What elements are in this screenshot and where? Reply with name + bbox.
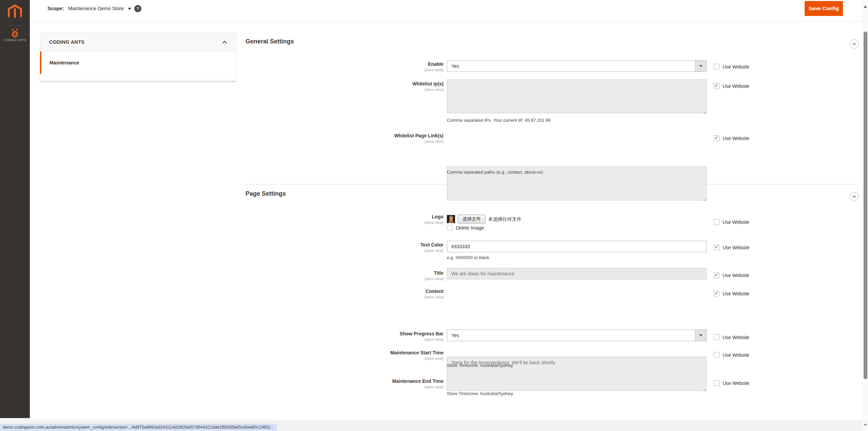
use-website-checkbox[interactable] xyxy=(714,244,719,250)
delete-image-control[interactable]: Delete Image xyxy=(447,225,484,231)
end-time-use-website[interactable]: Use Website xyxy=(714,380,749,386)
use-website-checkbox[interactable] xyxy=(714,334,719,340)
text-color-use-website[interactable]: Use Website xyxy=(714,244,749,250)
whitelist-links-label: Whitelist Page Link(s) [store view] xyxy=(246,133,443,143)
whitelist-ips-field xyxy=(447,79,707,115)
general-settings-title: General Settings xyxy=(245,38,294,45)
enable-use-website[interactable]: Use Website xyxy=(714,64,749,70)
progress-bar-select[interactable]: Yes xyxy=(447,330,707,341)
start-time-label: Maintenance Start Time [store view] xyxy=(246,350,443,360)
select-arrow-button[interactable] xyxy=(695,330,706,341)
text-color-input[interactable] xyxy=(447,241,707,252)
use-website-checkbox[interactable] xyxy=(714,135,719,141)
content-field xyxy=(447,357,707,392)
use-website-checkbox[interactable] xyxy=(714,272,719,278)
start-time-use-website[interactable]: Use Website xyxy=(714,352,749,358)
scroll-down-arrow-icon[interactable] xyxy=(864,424,867,426)
scope-select[interactable]: Maintenance Demo Store xyxy=(68,6,131,11)
content-use-website[interactable]: Use Website xyxy=(714,291,749,296)
chevron-down-icon xyxy=(699,65,703,67)
chevron-down-icon xyxy=(128,8,131,10)
text-color-field xyxy=(447,241,707,252)
scope-label: Scope: xyxy=(47,6,64,11)
choose-file-button[interactable]: 选择文件 xyxy=(458,215,486,223)
text-color-note: e.g. #000000 or black xyxy=(447,255,489,260)
chevron-down-icon xyxy=(699,334,703,336)
help-icon[interactable]: ? xyxy=(134,5,141,12)
use-website-checkbox[interactable] xyxy=(714,83,719,89)
select-arrow-button[interactable] xyxy=(695,61,706,72)
chevron-up-icon xyxy=(852,43,856,45)
whitelist-ips-label: Whitelist Ip(s) [store view] xyxy=(246,81,443,92)
whitelist-ips-textarea[interactable] xyxy=(447,79,707,113)
sidebar-brand-label: CODING ANTS xyxy=(0,38,30,42)
nav-section-title: CODING ANTS xyxy=(49,39,84,45)
page-settings-title: Page Settings xyxy=(245,190,286,197)
save-config-button[interactable]: Save Config xyxy=(805,1,843,16)
use-website-checkbox[interactable] xyxy=(714,291,719,296)
title-input[interactable] xyxy=(447,268,707,279)
chevron-up-icon xyxy=(852,195,856,198)
logo-thumbnail[interactable] xyxy=(447,215,455,223)
title-field xyxy=(447,268,707,279)
use-website-checkbox[interactable] xyxy=(714,219,719,225)
browser-link-preview: demo.codingants.com.au/admin/admin/syste… xyxy=(0,424,277,431)
content-textarea[interactable] xyxy=(447,357,707,391)
scope-select-value: Maintenance Demo Store xyxy=(68,6,124,11)
no-file-text: 未选择任何文件 xyxy=(488,216,521,222)
admin-config-page: CODING ANTS Scope: Maintenance Demo Stor… xyxy=(0,0,868,431)
config-nav-panel: CODING ANTS Maintenance xyxy=(40,33,236,81)
use-website-checkbox[interactable] xyxy=(714,64,719,70)
end-time-label: Maintenance End Time [store view] xyxy=(246,378,443,389)
nav-section-coding-ants[interactable]: CODING ANTS xyxy=(40,33,236,52)
section-divider xyxy=(245,184,859,184)
toolbar-divider xyxy=(30,21,862,21)
whitelist-ips-note: Comma separated IPs. Your current IP: 45… xyxy=(447,118,551,123)
nav-item-label: Maintenance xyxy=(50,60,79,65)
nav-item-maintenance[interactable]: Maintenance xyxy=(40,52,236,74)
enable-field: Yes xyxy=(447,60,707,72)
progress-bar-field: Yes xyxy=(447,330,707,341)
enable-label: Enable [store view] xyxy=(246,61,443,72)
title-label: Title [store view] xyxy=(246,270,443,281)
delete-image-checkbox[interactable] xyxy=(447,225,453,231)
collapse-general-button[interactable] xyxy=(850,39,859,48)
end-time-note: Store Timezone: Australia/Sydney xyxy=(447,391,513,396)
nav-items: Maintenance xyxy=(40,52,236,81)
coding-ants-logo-icon[interactable] xyxy=(11,28,19,38)
magento-logo-icon[interactable] xyxy=(7,4,22,21)
vertical-scrollbar[interactable] xyxy=(862,0,868,431)
logo-use-website[interactable]: Use Website xyxy=(714,219,749,225)
scrollbar-thumb[interactable] xyxy=(864,32,867,379)
whitelist-links-note: Comma separated paths (e.g., contact, ab… xyxy=(447,170,543,175)
title-use-website[interactable]: Use Website xyxy=(714,272,749,278)
use-website-checkbox[interactable] xyxy=(714,380,719,386)
text-color-label: Text Color [store view] xyxy=(246,242,443,253)
content-label: Content [store view] xyxy=(246,289,443,299)
chevron-up-icon xyxy=(222,41,227,44)
enable-select[interactable]: Yes xyxy=(447,60,707,72)
whitelist-ips-use-website[interactable]: Use Website xyxy=(714,83,749,89)
logo-label: Logo [store view] xyxy=(246,214,443,224)
progress-bar-label: Show Progress Bar [store view] xyxy=(246,331,443,341)
nav-spacer xyxy=(40,74,236,81)
sidebar-divider xyxy=(4,25,25,26)
use-website-checkbox[interactable] xyxy=(714,352,719,358)
progress-bar-use-website[interactable]: Use Website xyxy=(714,334,749,340)
app-sidebar: CODING ANTS xyxy=(0,0,30,418)
collapse-page-button[interactable] xyxy=(850,192,859,201)
start-time-note: Store Timezone: Australia/Sydney xyxy=(447,363,513,368)
whitelist-links-use-website[interactable]: Use Website xyxy=(714,135,749,141)
scroll-up-arrow-icon[interactable] xyxy=(864,5,867,8)
